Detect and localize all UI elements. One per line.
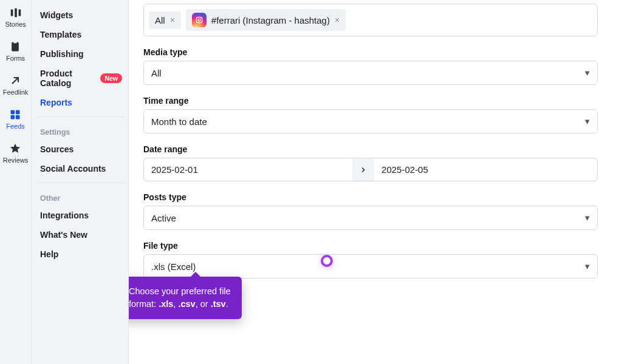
sidebar-publishing[interactable]: Publishing bbox=[38, 45, 125, 63]
rail-label: Forms bbox=[6, 55, 25, 62]
tag-label: All bbox=[155, 15, 165, 25]
sidebar: Widgets Templates Publishing Product Cat… bbox=[32, 0, 129, 364]
tooltip-bold: .csv bbox=[178, 299, 195, 309]
close-icon[interactable]: × bbox=[335, 15, 340, 25]
svg-rect-8 bbox=[16, 115, 20, 120]
date-to-input[interactable]: 2025-02-05 bbox=[374, 158, 598, 181]
sidebar-item-label: Publishing bbox=[40, 49, 84, 59]
select-value: Month to date bbox=[151, 116, 207, 127]
rail-feeds[interactable]: Feeds bbox=[6, 108, 25, 130]
stories-icon bbox=[9, 6, 22, 19]
rail-feedlink[interactable]: Feedlink bbox=[3, 74, 29, 96]
sidebar-item-label: Sources bbox=[40, 144, 73, 154]
posts-type-select[interactable]: Active ▾ bbox=[143, 206, 598, 230]
tooltip-text: , or bbox=[196, 299, 211, 309]
svg-rect-5 bbox=[11, 110, 15, 115]
tag-hashtag[interactable]: #ferrari (Instagram - hashtag) × bbox=[186, 9, 346, 31]
svg-point-10 bbox=[198, 19, 200, 21]
rail-label: Feedlink bbox=[3, 89, 29, 96]
rail-label: Stories bbox=[5, 21, 26, 28]
select-value: .xls (Excel) bbox=[151, 261, 196, 272]
sidebar-item-label: Widgets bbox=[40, 10, 73, 20]
date-range-arrow bbox=[352, 158, 374, 181]
tour-tooltip: Choose your preferred file format: .xls,… bbox=[129, 277, 242, 319]
svg-point-11 bbox=[200, 18, 201, 19]
sidebar-item-label: Integrations bbox=[40, 211, 89, 220]
svg-rect-7 bbox=[11, 115, 15, 120]
sidebar-help[interactable]: Help bbox=[38, 245, 125, 263]
reviews-icon bbox=[9, 142, 22, 155]
tooltip-text: . bbox=[226, 299, 228, 309]
sidebar-product-catalog[interactable]: Product Catalog New bbox=[38, 64, 125, 92]
tag-all[interactable]: All × bbox=[149, 12, 181, 29]
sidebar-item-label: Social Accounts bbox=[40, 164, 106, 174]
new-badge: New bbox=[100, 73, 122, 83]
chevron-down-icon: ▾ bbox=[585, 67, 590, 78]
sidebar-reports[interactable]: Reports bbox=[38, 93, 125, 112]
date-range-label: Date range bbox=[143, 144, 598, 154]
main-panel: All × #ferrari (Instagram - hashtag) × M… bbox=[129, 0, 622, 364]
tooltip-bold: .tsv bbox=[211, 299, 226, 309]
tooltip-bold: .xls bbox=[159, 299, 173, 309]
file-type-label: File type bbox=[143, 241, 598, 251]
sidebar-item-label: Help bbox=[40, 249, 58, 259]
chevron-down-icon: ▾ bbox=[585, 116, 590, 127]
close-icon[interactable]: × bbox=[170, 15, 175, 25]
svg-rect-2 bbox=[18, 10, 21, 16]
chevron-down-icon: ▾ bbox=[585, 212, 590, 223]
svg-rect-6 bbox=[16, 110, 20, 115]
instagram-icon bbox=[192, 13, 207, 27]
media-type-label: Media type bbox=[143, 47, 598, 57]
date-value: 2025-02-01 bbox=[151, 164, 198, 175]
date-from-input[interactable]: 2025-02-01 bbox=[143, 158, 352, 181]
tag-label: #ferrari (Instagram - hashtag) bbox=[211, 15, 330, 25]
select-value: All bbox=[151, 68, 162, 78]
forms-icon bbox=[9, 40, 22, 53]
tooltip-text: Choose your preferred file bbox=[129, 286, 231, 296]
icon-rail: Stories Forms Feedlink Feeds Reviews bbox=[0, 0, 32, 364]
sidebar-widgets[interactable]: Widgets bbox=[38, 6, 125, 24]
svg-rect-4 bbox=[13, 47, 18, 48]
date-value: 2025-02-05 bbox=[381, 164, 428, 175]
date-range-row: 2025-02-01 2025-02-05 bbox=[143, 158, 598, 181]
sidebar-integrations[interactable]: Integrations bbox=[38, 206, 125, 224]
sidebar-item-label: Reports bbox=[40, 98, 72, 107]
sidebar-templates[interactable]: Templates bbox=[38, 25, 125, 44]
chevron-right-icon bbox=[359, 166, 367, 174]
sidebar-item-label: Product Catalog bbox=[40, 69, 97, 88]
svg-rect-0 bbox=[10, 10, 13, 16]
time-range-label: Time range bbox=[143, 96, 598, 106]
svg-rect-1 bbox=[15, 8, 17, 18]
rail-label: Reviews bbox=[3, 157, 29, 164]
time-range-select[interactable]: Month to date ▾ bbox=[143, 109, 598, 133]
feedlink-icon bbox=[9, 74, 22, 87]
svg-rect-3 bbox=[13, 46, 18, 46]
feeds-icon bbox=[9, 108, 22, 121]
rail-label: Feeds bbox=[6, 123, 25, 130]
rail-forms[interactable]: Forms bbox=[6, 40, 25, 62]
sidebar-sources[interactable]: Sources bbox=[38, 140, 125, 158]
rail-stories[interactable]: Stories bbox=[5, 6, 26, 28]
media-type-select[interactable]: All ▾ bbox=[143, 61, 598, 85]
select-value: Active bbox=[151, 213, 176, 223]
tooltip-text: format: bbox=[129, 299, 159, 309]
posts-type-label: Posts type bbox=[143, 192, 598, 202]
sidebar-social-accounts[interactable]: Social Accounts bbox=[38, 160, 125, 178]
sidebar-item-label: Templates bbox=[40, 30, 81, 39]
chevron-down-icon: ▾ bbox=[585, 261, 590, 272]
sidebar-whats-new[interactable]: What's New bbox=[38, 226, 125, 244]
rail-reviews[interactable]: Reviews bbox=[3, 142, 29, 164]
file-type-select[interactable]: .xls (Excel) ▾ bbox=[143, 254, 598, 278]
sidebar-heading-other: Other bbox=[38, 183, 125, 205]
sidebar-heading-settings: Settings bbox=[38, 116, 125, 139]
source-tags-input[interactable]: All × #ferrari (Instagram - hashtag) × bbox=[143, 4, 598, 36]
sidebar-item-label: What's New bbox=[40, 230, 87, 240]
